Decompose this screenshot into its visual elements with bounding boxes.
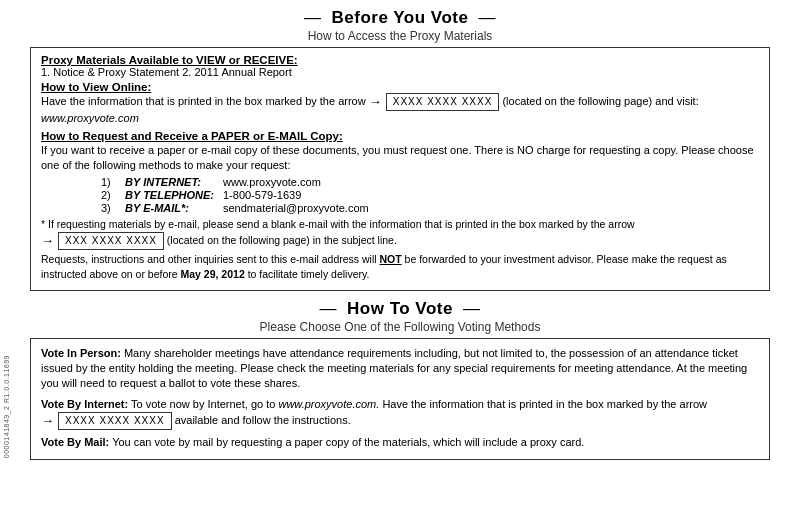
vote-by-internet-text3: available and follow the instructions. bbox=[175, 414, 351, 426]
method3-num: 3) bbox=[101, 202, 117, 214]
requests-line: Requests, instructions and other inquiri… bbox=[41, 252, 759, 281]
arrow-icon-vote: → bbox=[41, 412, 54, 430]
arrow-box-footnote: → XXX XXXX XXXX bbox=[41, 232, 164, 250]
request-text: If you want to receive a paper or e-mail… bbox=[41, 143, 759, 174]
vote-by-mail-label: Vote By Mail: bbox=[41, 436, 109, 448]
footnote-star: * bbox=[41, 218, 45, 230]
arrow-box-view: → XXXX XXXX XXXX bbox=[369, 93, 500, 111]
footnote-text: If requesting materials by e-mail, pleas… bbox=[48, 218, 635, 230]
before-you-vote-title: — Before You Vote — bbox=[304, 8, 496, 28]
method3-value: sendmaterial@proxyvote.com bbox=[223, 202, 369, 214]
method-item-email: 3) BY E-MAIL*: sendmaterial@proxyvote.co… bbox=[101, 202, 759, 214]
dotted-box-footnote: XXX XXXX XXXX bbox=[58, 232, 164, 250]
method-list: 1) BY INTERNET: www.proxyvote.com 2) BY … bbox=[101, 176, 759, 214]
method2-label: BY TELEPHONE: bbox=[125, 189, 215, 201]
request-heading: How to Request and Receive a PAPER or E-… bbox=[41, 130, 759, 142]
method-item-internet: 1) BY INTERNET: www.proxyvote.com bbox=[101, 176, 759, 188]
vote-by-mail-text: You can vote by mail by requesting a pap… bbox=[112, 436, 584, 448]
vote-by-internet-text2: Have the information that is printed in … bbox=[382, 398, 707, 410]
view-online-text: Have the information that is printed in … bbox=[41, 93, 759, 127]
view-text-before: Have the information that is printed in … bbox=[41, 95, 366, 107]
dotted-box-view: XXXX XXXX XXXX bbox=[386, 93, 500, 111]
method1-label: BY INTERNET: bbox=[125, 176, 215, 188]
method1-num: 1) bbox=[101, 176, 117, 188]
vote-by-internet-text1: To vote now by Internet, go to bbox=[131, 398, 275, 410]
vote-in-person-label: Vote In Person: bbox=[41, 347, 121, 359]
requests-text3: to facilitate timely delivery. bbox=[248, 268, 370, 280]
proxy-materials-header: Proxy Materials Available to VIEW or REC… bbox=[41, 54, 759, 66]
website-link[interactable]: www.proxyvote.com bbox=[41, 112, 139, 124]
how-to-vote-subtitle: Please Choose One of the Following Votin… bbox=[260, 320, 541, 334]
title-dash-right-2: — bbox=[463, 299, 481, 319]
requests-not: NOT bbox=[380, 253, 402, 265]
vote-by-internet-label: Vote By Internet: bbox=[41, 398, 128, 410]
how-to-vote-content-box: Vote In Person: Many shareholder meeting… bbox=[30, 338, 770, 460]
footnote-line: * If requesting materials by e-mail, ple… bbox=[41, 217, 759, 250]
vote-by-internet: Vote By Internet: To vote now by Interne… bbox=[41, 397, 759, 431]
title-dash-right: — bbox=[478, 8, 496, 28]
vote-by-mail: Vote By Mail: You can vote by mail by re… bbox=[41, 435, 759, 450]
page-wrapper: — Before You Vote — How to Access the Pr… bbox=[0, 0, 800, 518]
arrow-box-vote-internet: → XXXX XXXX XXXX bbox=[41, 412, 172, 430]
method3-label: BY E-MAIL*: bbox=[125, 202, 215, 214]
section-how-to-vote: — How To Vote — Please Choose One of the… bbox=[30, 299, 770, 460]
method2-value: 1-800-579-1639 bbox=[223, 189, 301, 201]
requests-date: May 29, 2012 bbox=[181, 268, 245, 280]
method-item-telephone: 2) BY TELEPHONE: 1-800-579-1639 bbox=[101, 189, 759, 201]
arrow-icon-footnote: → bbox=[41, 232, 54, 250]
materials-list: 1. Notice & Proxy Statement 2. 2011 Annu… bbox=[41, 66, 759, 78]
method2-num: 2) bbox=[101, 189, 117, 201]
method1-value: www.proxyvote.com bbox=[223, 176, 321, 188]
view-online-heading: How to View Online: bbox=[41, 81, 759, 93]
title-dash-left-2: — bbox=[320, 299, 338, 319]
before-you-vote-title-text: Before You Vote bbox=[332, 8, 469, 28]
arrow-icon-view: → bbox=[369, 93, 382, 111]
footnote-text2: (located on the following page) in the s… bbox=[167, 234, 397, 246]
vote-in-person: Vote In Person: Many shareholder meeting… bbox=[41, 346, 759, 392]
how-to-vote-title-text: How To Vote bbox=[347, 299, 453, 319]
title-dash-left: — bbox=[304, 8, 322, 28]
before-you-vote-subtitle: How to Access the Proxy Materials bbox=[308, 29, 493, 43]
vote-in-person-text: Many shareholder meetings have attendanc… bbox=[41, 347, 747, 390]
vertical-label: 0000141849_2 R1.0.0.11699 bbox=[3, 355, 10, 458]
dotted-box-vote-internet: XXXX XXXX XXXX bbox=[58, 412, 172, 430]
before-you-vote-content-box: Proxy Materials Available to VIEW or REC… bbox=[30, 47, 770, 291]
vote-by-internet-url: www.proxyvote.com. bbox=[278, 398, 379, 410]
requests-text: Requests, instructions and other inquiri… bbox=[41, 253, 377, 265]
section-before-you-vote: — Before You Vote — How to Access the Pr… bbox=[30, 8, 770, 291]
how-to-vote-title: — How To Vote — bbox=[320, 299, 481, 319]
